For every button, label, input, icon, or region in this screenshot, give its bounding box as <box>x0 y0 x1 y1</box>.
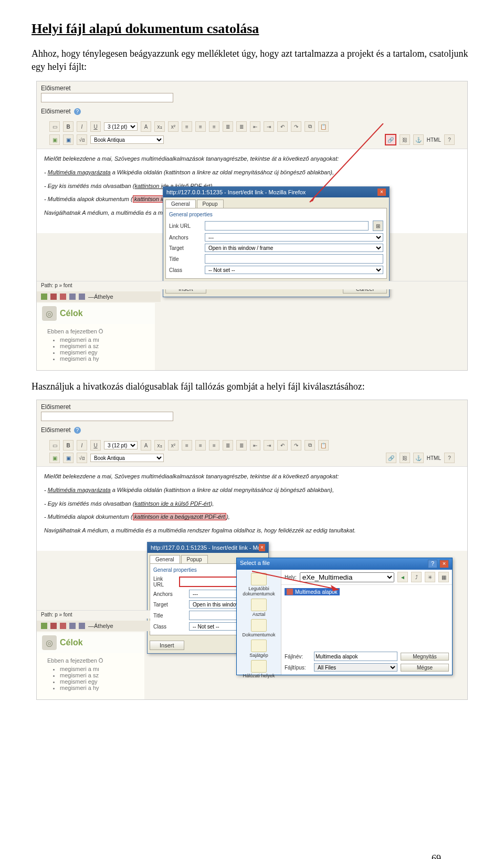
indent-icon[interactable]: ⇥ <box>264 440 274 451</box>
file-list[interactable]: Multimedia alapok <box>281 585 452 648</box>
align-left-icon[interactable]: ≡ <box>182 121 192 132</box>
undo-icon[interactable]: ↶ <box>277 121 288 132</box>
italic-icon[interactable]: I <box>77 440 87 451</box>
title-input[interactable] <box>205 254 383 264</box>
formula-icon[interactable]: √α <box>77 453 87 463</box>
target-select[interactable]: Open in this window / frame <box>205 244 383 252</box>
fontsize-select[interactable]: 3 (12 pt) <box>104 122 138 131</box>
image-icon[interactable]: ▣ <box>49 134 60 145</box>
open-button[interactable]: Megnyitás <box>401 653 449 661</box>
sub-icon[interactable]: x₂ <box>154 440 165 451</box>
anchor-icon[interactable]: ⚓ <box>413 453 424 463</box>
image-icon[interactable]: ▣ <box>49 453 60 463</box>
new-doc-icon[interactable]: ▭ <box>49 440 60 451</box>
formula-icon[interactable]: √α <box>77 134 87 145</box>
place-recent[interactable]: Legutóbbi dokumentumok <box>238 573 280 596</box>
tab-popup[interactable]: Popup <box>197 200 224 208</box>
down-icon[interactable] <box>79 294 85 300</box>
location-select[interactable]: eXe_Multimedia <box>300 572 394 582</box>
help-icon[interactable]: ? <box>428 560 437 568</box>
list-ul-icon[interactable]: ≣ <box>223 440 233 451</box>
bold-icon[interactable]: B <box>63 440 74 451</box>
title-input[interactable] <box>41 93 173 102</box>
linkurl-input[interactable] <box>205 221 369 231</box>
fontsize-select[interactable]: 3 (12 pt) <box>104 441 138 449</box>
filename-input[interactable] <box>314 652 397 661</box>
place-computer[interactable]: Sajátgép <box>249 640 268 658</box>
help-toolbar-icon[interactable]: ? <box>444 134 455 145</box>
place-documents[interactable]: Dokumentumok <box>242 619 275 637</box>
link[interactable]: Multimédia magyarázata <box>48 169 111 175</box>
outdent-icon[interactable]: ⇤ <box>250 440 260 451</box>
close-icon[interactable]: × <box>259 544 265 551</box>
italic-icon[interactable]: I <box>77 121 87 132</box>
tab-popup[interactable]: Popup <box>181 555 208 563</box>
anchors-select[interactable]: --- <box>205 233 383 242</box>
undo-action-icon[interactable] <box>50 623 57 629</box>
html-label[interactable]: HTML <box>427 455 441 461</box>
file-item-selected[interactable]: Multimedia alapok <box>285 588 340 595</box>
place-desktop[interactable]: Asztal <box>251 599 267 617</box>
help-icon[interactable]: ? <box>74 427 81 434</box>
paste-icon[interactable]: 📋 <box>318 440 329 451</box>
tab-general[interactable]: General <box>165 200 196 208</box>
align-center-icon[interactable]: ≡ <box>195 440 206 451</box>
paste-icon[interactable]: 📋 <box>318 121 329 132</box>
list-ul-icon[interactable]: ≣ <box>223 121 233 132</box>
redo-icon[interactable]: ↷ <box>291 440 301 451</box>
copy-icon[interactable]: ⧉ <box>304 121 315 132</box>
class-select[interactable]: -- Not set -- <box>205 266 383 274</box>
media-icon[interactable]: ▣ <box>63 453 74 463</box>
help-toolbar-icon[interactable]: ? <box>444 453 455 463</box>
align-right-icon[interactable]: ≡ <box>209 121 219 132</box>
underline-icon[interactable]: U <box>90 440 101 451</box>
cancel-button[interactable]: Mégse <box>401 664 449 672</box>
new-folder-icon[interactable]: ✳ <box>425 572 435 582</box>
down-icon[interactable] <box>79 623 85 629</box>
redo-icon[interactable]: ↷ <box>291 121 301 132</box>
editor-content-2[interactable]: Mielőtt belekezdene a mai, Szöveges mult… <box>37 467 467 551</box>
indent-icon[interactable]: ⇥ <box>264 121 274 132</box>
tab-general[interactable]: General <box>150 555 180 563</box>
filetype-select[interactable]: All Files <box>314 663 397 672</box>
sup-icon[interactable]: x² <box>168 121 178 132</box>
check-icon[interactable] <box>41 623 47 629</box>
help-icon[interactable]: ? <box>74 108 81 115</box>
up-icon[interactable] <box>69 294 76 300</box>
sup-icon[interactable]: x² <box>168 440 178 451</box>
html-label[interactable]: HTML <box>427 137 441 143</box>
fontname-select[interactable]: Book Antiqua <box>90 454 164 462</box>
fontcolor-icon[interactable]: A <box>141 121 151 132</box>
list-ol-icon[interactable]: ≣ <box>236 121 247 132</box>
link[interactable]: Multimédia magyarázata <box>48 487 111 493</box>
unlink-icon[interactable]: ⛓ <box>400 134 410 145</box>
media-icon[interactable]: ▣ <box>63 134 74 145</box>
undo-icon[interactable]: ↶ <box>277 440 288 451</box>
align-center-icon[interactable]: ≡ <box>195 121 206 132</box>
sub-icon[interactable]: x₂ <box>154 121 165 132</box>
align-right-icon[interactable]: ≡ <box>209 440 219 451</box>
undo-action-icon[interactable] <box>50 294 57 300</box>
close-icon[interactable]: × <box>439 560 449 568</box>
underline-icon[interactable]: U <box>90 121 101 132</box>
fontname-select[interactable]: Book Antiqua <box>90 135 164 144</box>
new-doc-icon[interactable]: ▭ <box>49 121 60 132</box>
delete-icon[interactable] <box>60 623 66 629</box>
link[interactable]: kattintson ide a külső PDF-ért <box>134 500 210 507</box>
anchor-icon[interactable]: ⚓ <box>413 134 424 145</box>
link-icon[interactable]: 🔗 <box>386 453 396 463</box>
unlink-icon[interactable]: ⛓ <box>400 453 410 463</box>
check-icon[interactable] <box>41 294 47 300</box>
link-icon[interactable]: 🔗 <box>385 134 396 145</box>
up-folder-icon[interactable]: ⤴ <box>411 572 422 582</box>
insert-button[interactable]: Insert <box>150 641 184 650</box>
copy-icon[interactable]: ⧉ <box>304 440 315 451</box>
delete-icon[interactable] <box>60 294 66 300</box>
align-left-icon[interactable]: ≡ <box>182 440 192 451</box>
place-network[interactable]: Hálózati helyek <box>243 660 275 678</box>
browse-button[interactable]: ⊞ <box>373 221 383 231</box>
up-icon[interactable] <box>69 623 76 629</box>
bold-icon[interactable]: B <box>63 121 74 132</box>
fontcolor-icon[interactable]: A <box>141 440 151 451</box>
view-icon[interactable]: ▦ <box>438 572 449 582</box>
